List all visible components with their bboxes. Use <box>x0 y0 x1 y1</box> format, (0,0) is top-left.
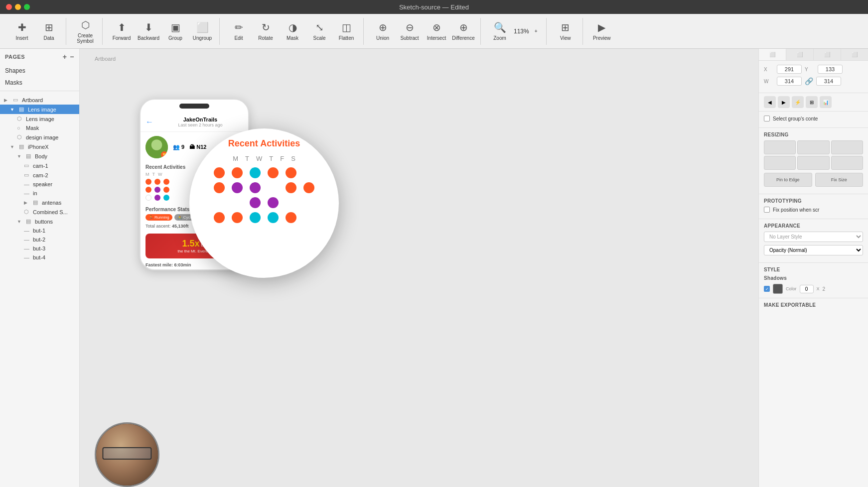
page-masks[interactable]: Masks <box>0 77 79 89</box>
layer-design-image[interactable]: ⬡ design image <box>0 132 79 142</box>
layer-antenas[interactable]: ▶ ▤ antenas <box>0 198 79 207</box>
resize-btn-5[interactable] <box>797 156 829 170</box>
layer-in[interactable]: — in <box>0 189 79 198</box>
maximize-button[interactable] <box>24 4 30 10</box>
layer-lens-image[interactable]: ⬡ Lens image <box>0 114 79 123</box>
w-label: W <box>764 79 774 84</box>
layer-cam2[interactable]: ▭ cam-2 <box>0 170 79 180</box>
canvas[interactable]: Artboard ← JakeOnTrails Last seen 2 hour… <box>80 49 758 487</box>
layer-but2[interactable]: — but-2 <box>0 235 79 244</box>
close-button[interactable] <box>6 4 12 10</box>
layer-but4[interactable]: — but-4 <box>0 253 79 262</box>
nav-back-btn[interactable]: ◀ <box>764 96 776 108</box>
layer-speaker[interactable]: — speaker <box>0 180 79 189</box>
h-input[interactable] <box>816 77 841 86</box>
forward-icon: ⬆ <box>118 21 126 33</box>
zdot-3-5 <box>286 197 296 208</box>
fix-position-checkbox[interactable] <box>764 207 770 213</box>
layer-style-dropdown[interactable]: No Layer Style <box>764 232 863 242</box>
resizing-section: RESIZING Pin to Edge Fix Size <box>759 128 868 194</box>
opacity-dropdown[interactable]: Opacity (Normal) <box>764 245 863 255</box>
layer-buttons[interactable]: ▼ ▤ buttons <box>0 217 79 226</box>
panel-tab-distribute[interactable]: ⬜ <box>841 49 868 60</box>
create-symbol-button[interactable]: ⬡ Create Symbol <box>72 18 98 45</box>
layer-cam1[interactable]: ▭ cam-1 <box>0 161 79 170</box>
add-page-button[interactable]: + <box>63 53 67 61</box>
appearance-title: APPEARANCE <box>764 223 863 229</box>
mask-button[interactable]: ◑ Mask <box>280 18 305 45</box>
union-button[interactable]: ⊕ Union <box>370 18 396 45</box>
zoom-plus-button[interactable]: + <box>530 18 542 45</box>
layer-combined-s[interactable]: ⬡ Combined S... <box>0 207 79 217</box>
shadow-color-swatch[interactable] <box>773 284 783 294</box>
preview-button[interactable]: ▶ Preview <box>589 18 615 45</box>
layer-but3[interactable]: — but-3 <box>0 244 79 253</box>
resize-btn-4[interactable] <box>764 156 796 170</box>
page-shapes[interactable]: Shapes <box>0 65 79 77</box>
shadow-enable-checkbox[interactable]: ✓ <box>764 286 770 292</box>
shadow-x-input[interactable] <box>800 285 814 293</box>
resize-btn-1[interactable] <box>764 140 796 154</box>
resize-btn-6[interactable] <box>831 156 863 170</box>
layer-body[interactable]: ▼ ▤ Body <box>0 151 79 161</box>
subtract-button[interactable]: ⊖ Subtract <box>397 18 423 45</box>
forward-button[interactable]: ⬆ Forward <box>109 18 135 45</box>
group-button[interactable]: ▣ Group <box>162 18 188 45</box>
pin-to-edge-btn[interactable]: Pin to Edge <box>764 173 812 187</box>
layer-lens-image-group[interactable]: ▼ ▤ Lens image <box>0 105 79 114</box>
rotate-button[interactable]: ↻ Rotate <box>253 18 279 45</box>
zdot-1-1 <box>214 167 225 178</box>
ungroup-icon: ⬜ <box>196 21 209 33</box>
view-group: ⊞ View <box>549 18 583 45</box>
nav-chart-btn[interactable]: 📊 <box>820 96 832 108</box>
w-input[interactable] <box>777 77 802 86</box>
edit-button[interactable]: ✏ Edit <box>226 18 252 45</box>
zdot-4-1 <box>214 212 225 223</box>
data-icon: ⊞ <box>45 21 53 33</box>
fix-size-btn[interactable]: Fix Size <box>815 173 864 187</box>
layer-but1[interactable]: — but-1 <box>0 226 79 235</box>
create-symbol-label: Create Symbol <box>72 33 98 44</box>
distribute-icon: ⬜ <box>852 52 858 57</box>
insert-icon: ✚ <box>18 21 26 33</box>
dot-5 <box>154 187 160 193</box>
x-input[interactable] <box>777 65 802 74</box>
sidebar: PAGES + − Shapes Masks ▶ ▭ Artboard ▼ ▤ <box>0 49 80 487</box>
panel-tab-align-center[interactable]: ⬜ <box>786 49 814 60</box>
minimize-button[interactable] <box>15 4 21 10</box>
zdot-4-5 <box>286 212 296 223</box>
view-label: View <box>560 35 571 41</box>
nav-lightning-btn[interactable]: ⚡ <box>792 96 804 108</box>
collapse-pages-button[interactable]: − <box>70 53 74 61</box>
data-button[interactable]: ⊞ Data <box>36 18 62 45</box>
zoom-button[interactable]: 🔍 Zoom <box>487 18 513 45</box>
difference-button[interactable]: ⊕ Difference <box>450 18 476 45</box>
layer-artboard[interactable]: ▶ ▭ Artboard <box>0 95 79 105</box>
layer-mask[interactable]: ○ Mask <box>0 123 79 132</box>
fix-position-label: Fix position when scr <box>773 207 819 213</box>
backward-button[interactable]: ⬇ Backward <box>136 18 161 45</box>
nav-forward-btn[interactable]: ▶ <box>778 96 790 108</box>
align-right-icon: ⬜ <box>824 52 830 57</box>
panel-tab-align-left[interactable]: ⬜ <box>759 49 786 60</box>
insert-button[interactable]: ✚ Insert <box>9 18 35 45</box>
scale-label: Scale <box>313 35 325 41</box>
resize-btn-2[interactable] <box>797 140 829 154</box>
intersect-button[interactable]: ⊗ Intersect <box>424 18 449 45</box>
select-group-checkbox[interactable] <box>764 116 770 122</box>
ungroup-button[interactable]: ⬜ Ungroup <box>189 18 215 45</box>
appearance-section: APPEARANCE No Layer Style Opacity (Norma… <box>759 219 868 263</box>
zdot-2-6 <box>303 182 314 193</box>
flatten-button[interactable]: ◫ Flatten <box>333 18 359 45</box>
nav-grid-btn[interactable]: ⊞ <box>806 96 818 108</box>
but4-icon: — <box>24 254 31 260</box>
resize-btn-3[interactable] <box>831 140 863 154</box>
zdot-1-4 <box>268 167 279 178</box>
layer-iphonex[interactable]: ▼ ▤ iPhoneX <box>0 142 79 151</box>
scale-button[interactable]: ⤡ Scale <box>306 18 332 45</box>
y-input[interactable] <box>818 65 843 74</box>
zdot-3-1 <box>214 197 225 208</box>
speaker-icon: — <box>24 181 31 187</box>
view-button[interactable]: ⊞ View <box>553 18 579 45</box>
panel-tab-align-right[interactable]: ⬜ <box>814 49 841 60</box>
